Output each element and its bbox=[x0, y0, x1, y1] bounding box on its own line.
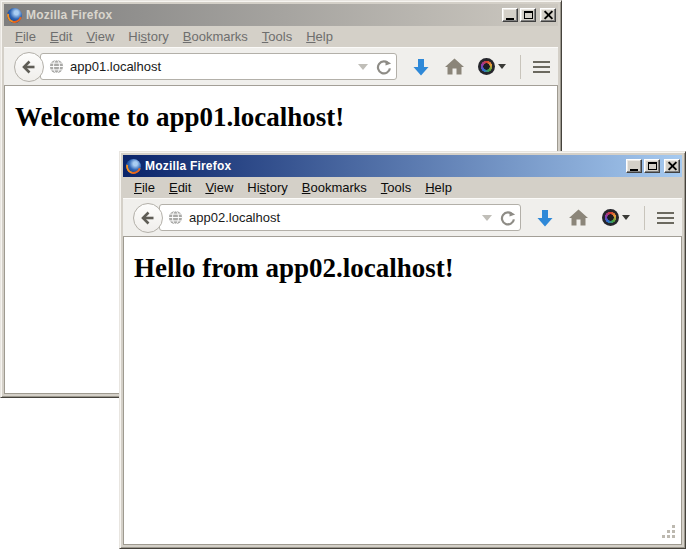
page-heading: Hello from app02.localhost! bbox=[134, 253, 681, 284]
menu-help[interactable]: Help bbox=[418, 178, 459, 197]
menu-bar: FileEditViewHistoryBookmarksToolsHelp bbox=[4, 26, 558, 47]
navigation-toolbar: app01.localhost bbox=[4, 47, 558, 86]
download-arrow-icon bbox=[411, 57, 431, 77]
dropdown-caret-icon bbox=[622, 215, 630, 220]
home-icon bbox=[445, 58, 464, 75]
menu-button[interactable] bbox=[533, 61, 550, 73]
minimize-button[interactable] bbox=[502, 8, 518, 22]
menu-button[interactable] bbox=[657, 212, 674, 224]
close-button[interactable] bbox=[664, 159, 680, 173]
url-bar[interactable]: app02.localhost bbox=[159, 204, 521, 231]
page-content: Hello from app02.localhost! bbox=[123, 237, 682, 545]
extension-lens-icon bbox=[602, 209, 619, 226]
titlebar[interactable]: Mozilla Firefox bbox=[123, 155, 682, 177]
back-button[interactable] bbox=[133, 203, 163, 233]
download-arrow-icon bbox=[535, 208, 555, 228]
menu-help[interactable]: Help bbox=[299, 27, 340, 46]
minimize-icon bbox=[506, 18, 514, 20]
menu-bookmarks[interactable]: Bookmarks bbox=[295, 178, 374, 197]
firefox-logo-icon bbox=[126, 159, 141, 174]
url-text[interactable]: app01.localhost bbox=[70, 59, 352, 74]
menu-tools[interactable]: Tools bbox=[255, 27, 299, 46]
menu-edit[interactable]: Edit bbox=[162, 178, 198, 197]
resize-grip[interactable] bbox=[661, 524, 675, 538]
window-title: Mozilla Firefox bbox=[26, 8, 112, 22]
toolbar-separator bbox=[644, 206, 645, 230]
menu-history[interactable]: History bbox=[240, 178, 294, 197]
browser-window-app02: Mozilla Firefox FileEditViewHistoryBookm… bbox=[119, 151, 686, 549]
maximize-button[interactable] bbox=[644, 159, 660, 173]
menu-bar: FileEditViewHistoryBookmarksToolsHelp bbox=[123, 177, 682, 198]
window-title: Mozilla Firefox bbox=[145, 159, 231, 173]
menu-file[interactable]: File bbox=[8, 27, 43, 46]
home-icon bbox=[569, 209, 588, 226]
url-text[interactable]: app02.localhost bbox=[189, 210, 476, 225]
extension-lens-icon bbox=[478, 58, 495, 75]
reload-icon bbox=[500, 210, 516, 226]
extension-button[interactable] bbox=[478, 58, 506, 75]
urlbar-dropdown-icon[interactable] bbox=[482, 215, 492, 221]
titlebar[interactable]: Mozilla Firefox bbox=[4, 4, 558, 26]
menu-view[interactable]: View bbox=[198, 178, 240, 197]
dropdown-caret-icon bbox=[498, 64, 506, 69]
menu-tools[interactable]: Tools bbox=[374, 178, 418, 197]
navigation-toolbar: app02.localhost bbox=[123, 198, 682, 237]
close-icon bbox=[544, 11, 553, 19]
extension-button[interactable] bbox=[602, 209, 630, 226]
menu-file[interactable]: File bbox=[127, 178, 162, 197]
minimize-button[interactable] bbox=[626, 159, 642, 173]
toolbar-separator bbox=[520, 55, 521, 79]
back-button[interactable] bbox=[14, 52, 44, 82]
maximize-icon bbox=[648, 162, 657, 170]
downloads-button[interactable] bbox=[411, 57, 431, 77]
page-heading: Welcome to app01.localhost! bbox=[15, 102, 557, 133]
globe-icon bbox=[49, 59, 64, 74]
close-button[interactable] bbox=[540, 8, 556, 22]
back-arrow-icon bbox=[140, 210, 156, 226]
caption-buttons bbox=[502, 8, 556, 22]
home-button[interactable] bbox=[569, 209, 588, 226]
url-bar[interactable]: app01.localhost bbox=[40, 53, 397, 80]
firefox-logo-icon bbox=[7, 8, 22, 23]
reload-button[interactable] bbox=[376, 59, 392, 75]
minimize-icon bbox=[630, 169, 638, 171]
caption-buttons bbox=[626, 159, 680, 173]
back-arrow-icon bbox=[21, 59, 37, 75]
reload-button[interactable] bbox=[500, 210, 516, 226]
maximize-icon bbox=[524, 11, 533, 19]
home-button[interactable] bbox=[445, 58, 464, 75]
menu-view[interactable]: View bbox=[79, 27, 121, 46]
close-icon bbox=[668, 162, 677, 170]
menu-edit[interactable]: Edit bbox=[43, 27, 79, 46]
menu-history[interactable]: History bbox=[121, 27, 175, 46]
maximize-button[interactable] bbox=[520, 8, 536, 22]
urlbar-dropdown-icon[interactable] bbox=[358, 64, 368, 70]
globe-icon bbox=[168, 210, 183, 225]
menu-bookmarks[interactable]: Bookmarks bbox=[176, 27, 255, 46]
reload-icon bbox=[376, 59, 392, 75]
downloads-button[interactable] bbox=[535, 208, 555, 228]
